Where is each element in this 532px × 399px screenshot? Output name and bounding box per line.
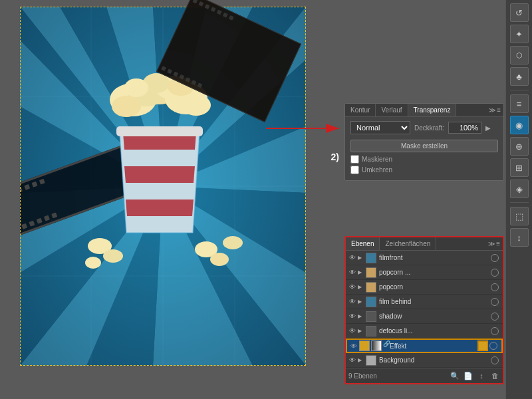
umkehren-row: Umkehren: [350, 166, 498, 174]
toolbar-btn-hex[interactable]: ⬡: [510, 46, 529, 65]
layer-eye-popcorn-dots[interactable]: 👁: [347, 267, 358, 278]
layer-arrow-film-behind[interactable]: ▶: [358, 299, 366, 305]
toolbar-divider-2: [510, 202, 529, 203]
arrange-icon[interactable]: ↕: [476, 370, 487, 381]
layer-target-popcorn[interactable]: [491, 283, 499, 291]
layer-target-defocus[interactable]: [491, 327, 499, 335]
toolbar-btn-circle[interactable]: ◉: [510, 116, 529, 134]
layer-eye-shadow[interactable]: 👁: [347, 311, 358, 322]
layer-target-film-behind[interactable]: [491, 298, 499, 306]
blend-row: Normal Multiplizieren Bildschirm Deckkra…: [350, 121, 498, 134]
blend-mode-select[interactable]: Normal Multiplizieren Bildschirm: [350, 121, 410, 134]
layer-name-shadow: shadow: [379, 313, 491, 320]
panel-list-icon[interactable]: ≡: [497, 106, 501, 114]
maskieren-row: Maskieren: [350, 155, 498, 164]
toolbar-btn-diamond[interactable]: ◈: [510, 180, 529, 198]
toolbar-btn-grid[interactable]: ⊞: [510, 158, 529, 177]
layer-name-popcorn: popcorn: [379, 283, 491, 291]
panel-body: Normal Multiplizieren Bildschirm Deckkra…: [345, 117, 503, 180]
svg-point-41: [210, 253, 229, 266]
layer-arrow-popcorn-dots[interactable]: ▶: [358, 269, 366, 275]
opacity-input[interactable]: [448, 122, 481, 134]
layer-thumb-background: [366, 355, 376, 366]
svg-rect-37: [116, 126, 203, 136]
tab-kontur[interactable]: Kontur: [345, 104, 376, 116]
layer-link-effekt: 🔗: [383, 340, 390, 351]
layers-menu-icon[interactable]: ≫: [488, 240, 495, 247]
opacity-arrow[interactable]: ▶: [485, 124, 491, 132]
new-layer-icon[interactable]: 📄: [463, 370, 473, 381]
svg-point-42: [85, 257, 101, 269]
layers-list-icon[interactable]: ≡: [496, 240, 500, 247]
tab-verlauf[interactable]: Verlauf: [376, 104, 408, 116]
svg-point-39: [103, 249, 123, 263]
layer-thumb-popcorn: [366, 282, 376, 293]
layer-filmfront[interactable]: 👁 ▶ filmfront: [346, 251, 503, 265]
toolbar-divider: [510, 90, 529, 90]
layer-name-effekt: Effekt: [390, 342, 477, 350]
svg-point-35: [124, 78, 148, 97]
toolbar-btn-arrows[interactable]: ↕: [510, 228, 529, 247]
toolbar-btn-star[interactable]: ✦: [510, 25, 529, 43]
layer-effekt[interactable]: 👁 🔗 Effekt: [346, 338, 503, 353]
layer-defocus[interactable]: 👁 ▶ defocus li...: [346, 324, 503, 338]
effekt-orange-box: [477, 340, 488, 351]
layer-eye-film-behind[interactable]: 👁: [347, 297, 358, 307]
layer-thumb-defocus: [366, 326, 376, 336]
layer-arrow-defocus[interactable]: ▶: [358, 328, 366, 334]
layer-thumb-film-behind: [366, 297, 376, 307]
search-layer-icon[interactable]: 🔍: [450, 370, 460, 381]
right-toolbar: ↺ ✦ ⬡ ♣ ≡ ◉ ⊕ ⊞ ◈ ⬚ ↕: [505, 0, 532, 399]
panel-tab-icons: ≫ ≡: [489, 106, 503, 114]
layer-target-shadow[interactable]: [491, 313, 499, 321]
layer-eye-filmfront[interactable]: 👁: [347, 253, 358, 263]
layer-eye-popcorn[interactable]: 👁: [347, 282, 358, 293]
svg-point-32: [112, 96, 141, 117]
svg-point-43: [223, 236, 243, 249]
layer-popcorn-dots[interactable]: 👁 ▶ popcorn ...: [346, 265, 503, 280]
delete-layer-icon[interactable]: 🗑: [489, 370, 500, 381]
toolbar-btn-plus-circle[interactable]: ⊕: [510, 137, 529, 156]
layers-panel-icons: ≫ ≡: [488, 240, 503, 247]
layer-film-behind[interactable]: 👁 ▶ film behind: [346, 295, 503, 309]
panel-menu-icon[interactable]: ≫: [489, 106, 495, 114]
toolbar-btn-club[interactable]: ♣: [510, 67, 529, 86]
layer-eye-background[interactable]: 👁: [347, 355, 358, 366]
layer-target-effekt[interactable]: [489, 342, 497, 350]
tab-transparenz[interactable]: Transparenz: [408, 104, 457, 116]
layers-panel-tabs: Ebenen Zeichenflächen ≫ ≡: [346, 237, 503, 251]
layer-colored-thumb-effekt: [359, 340, 370, 351]
layer-arrow-filmfront[interactable]: ▶: [358, 255, 366, 261]
layer-arrow-shadow[interactable]: ▶: [358, 313, 366, 319]
toolbar-btn-rotate[interactable]: ↺: [510, 3, 529, 22]
mask-button[interactable]: Maske erstellen: [350, 140, 498, 152]
umkehren-checkbox[interactable]: [350, 166, 359, 174]
layer-name-popcorn-dots: popcorn ...: [379, 269, 491, 276]
layer-mask-effekt[interactable]: [371, 340, 382, 351]
layers-count: 9 Ebenen: [348, 372, 377, 380]
layer-thumb-shadow: [366, 311, 376, 322]
toolbar-btn-menu[interactable]: ≡: [510, 94, 529, 113]
layers-body: 👁 ▶ filmfront 👁 ▶ popcorn ... 👁 ▶ popcor…: [346, 251, 503, 368]
layer-arrow-popcorn[interactable]: ▶: [358, 284, 366, 290]
layer-name-filmfront: filmfront: [379, 254, 491, 261]
tab-zeichenflaechen[interactable]: Zeichenflächen: [380, 237, 436, 250]
maskieren-checkbox[interactable]: [350, 155, 359, 164]
svg-point-33: [182, 94, 211, 116]
layer-eye-effekt[interactable]: 👁: [348, 340, 359, 351]
toolbar-btn-frame[interactable]: ⬚: [510, 207, 529, 225]
layer-target-filmfront[interactable]: [491, 254, 499, 262]
layer-thumb-popcorn-dots: [366, 267, 376, 278]
layer-name-film-behind: film behind: [379, 298, 491, 305]
layer-eye-defocus[interactable]: 👁: [347, 326, 358, 336]
layer-background[interactable]: 👁 ▶ Background: [346, 353, 503, 368]
layer-target-popcorn-dots[interactable]: [491, 269, 499, 277]
maskieren-label: Maskieren: [362, 156, 392, 163]
layer-popcorn[interactable]: 👁 ▶ popcorn: [346, 280, 503, 295]
layer-arrow-background[interactable]: ▶: [358, 357, 366, 363]
tab-ebenen[interactable]: Ebenen: [346, 237, 380, 250]
layer-thumb-filmfront: [366, 253, 376, 263]
layer-target-background[interactable]: [491, 356, 499, 364]
layer-name-defocus: defocus li...: [379, 327, 491, 334]
layer-shadow[interactable]: 👁 ▶ shadow: [346, 309, 503, 324]
